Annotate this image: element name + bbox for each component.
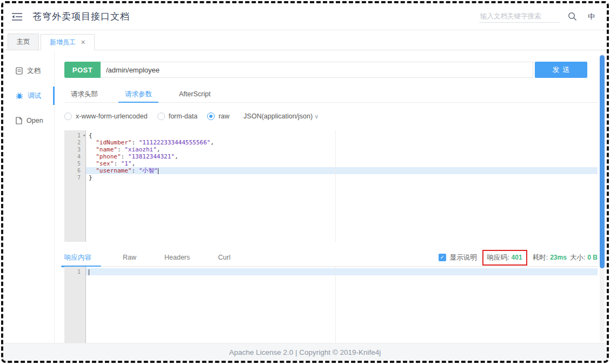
request-url-input[interactable] bbox=[101, 62, 533, 78]
tab-headers[interactable]: Headers bbox=[164, 254, 190, 261]
tab-raw[interactable]: Raw bbox=[123, 254, 136, 261]
editor-divider bbox=[335, 130, 336, 242]
code-line: "idNumber": "111222333444555566", bbox=[86, 139, 598, 146]
code-line: "name": "xiaozhi", bbox=[86, 146, 598, 153]
search-icon[interactable] bbox=[568, 12, 577, 21]
code-line: } bbox=[86, 174, 598, 181]
time-value: 23ms bbox=[550, 254, 567, 261]
request-bar: POST 发送 bbox=[64, 62, 587, 78]
radio-form-data[interactable] bbox=[157, 112, 165, 120]
size-label: 大小: bbox=[570, 253, 585, 262]
file-icon bbox=[16, 117, 22, 124]
language-toggle[interactable]: 中 bbox=[588, 12, 595, 22]
text-caret bbox=[89, 269, 89, 275]
sidebar-item-debug[interactable]: 调试 bbox=[3, 83, 54, 108]
status-code-label: 响应码: bbox=[487, 253, 509, 262]
radio-urlencoded[interactable] bbox=[64, 112, 72, 120]
debug-panel: POST 发送 请求头部 请求参数 AfterScript x-www-form… bbox=[55, 51, 607, 343]
response-meta: ✓ 显示说明 响应码: 401 耗时: 23ms 大小: 0 B bbox=[439, 250, 598, 266]
status-code-annotation-box: 响应码: 401 bbox=[482, 250, 527, 266]
time-label: 耗时: bbox=[533, 253, 548, 262]
content-type-select[interactable]: JSON(application/json)∨ bbox=[243, 112, 319, 120]
sidebar: 文档 调试 bbox=[3, 51, 55, 343]
scrollbar-thumb[interactable] bbox=[600, 55, 605, 268]
line-number-gutter: 1 bbox=[64, 267, 86, 352]
status-code-value: 401 bbox=[512, 254, 522, 261]
text-caret bbox=[158, 168, 158, 174]
json-code: { "idNumber": "111222333444555566", "nam… bbox=[86, 130, 598, 242]
editor-divider bbox=[335, 267, 336, 352]
tab-curl[interactable]: Curl bbox=[218, 254, 230, 261]
bug-icon bbox=[16, 92, 23, 100]
footer-text: Apache License 2.0 | Copyright © 2019-Kn… bbox=[229, 348, 381, 356]
screenshot-annotation-frame: 苍穹外卖项目接口文档 中 主页 新增员工 ✕ bbox=[1, 1, 609, 363]
close-tab-icon[interactable]: ✕ bbox=[81, 35, 85, 50]
radio-raw[interactable] bbox=[207, 112, 215, 120]
response-body-editor[interactable]: 1 bbox=[64, 267, 598, 352]
show-description-checkbox[interactable]: ✓ bbox=[439, 254, 446, 261]
request-body-editor[interactable]: 1▾ 2 3 4 5 6 7 { "idNumber": "1112223334… bbox=[64, 130, 598, 242]
tab-request-params[interactable]: 请求参数 bbox=[118, 87, 158, 103]
menu-fold-icon[interactable] bbox=[12, 11, 23, 22]
code-line: "phone": "13812344321", bbox=[86, 153, 598, 160]
fold-arrow-icon: ▾ bbox=[81, 132, 85, 139]
footer: Apache License 2.0 | Copyright © 2019-Kn… bbox=[3, 343, 607, 361]
response-code bbox=[86, 267, 598, 352]
body-mode-row: x-www-form-urlencoded form-data raw JSON… bbox=[64, 107, 598, 125]
code-line-current: "username": "小智" bbox=[86, 167, 598, 174]
code-line: "sex": "1", bbox=[86, 160, 598, 167]
sidebar-item-docs[interactable]: 文档 bbox=[3, 58, 54, 83]
request-tabs: 请求头部 请求参数 AfterScript bbox=[64, 87, 598, 103]
sidebar-item-open[interactable]: Open bbox=[3, 108, 54, 133]
line-number-gutter: 1▾ 2 3 4 5 6 7 bbox=[64, 130, 86, 242]
tab-request-headers[interactable]: 请求头部 bbox=[64, 87, 104, 102]
chevron-down-icon: ∨ bbox=[314, 113, 319, 120]
document-tabbar: 主页 新增员工 ✕ bbox=[3, 30, 607, 50]
tab-add-employee[interactable]: 新增员工 ✕ bbox=[41, 34, 95, 50]
top-header: 苍穹外卖项目接口文档 中 bbox=[3, 3, 607, 30]
code-line-current bbox=[86, 268, 598, 275]
code-line: { bbox=[86, 132, 598, 139]
page-title: 苍穹外卖项目接口文档 bbox=[32, 10, 130, 23]
knife4j-app: 苍穹外卖项目接口文档 中 主页 新增员工 ✕ bbox=[3, 3, 607, 361]
response-tabs-row: 响应内容 Raw Headers Curl ✓ 显示说明 响应码: 401 耗时… bbox=[64, 249, 598, 267]
http-method-badge: POST bbox=[64, 62, 101, 78]
tab-response-content[interactable]: 响应内容 bbox=[64, 253, 91, 262]
send-button[interactable]: 发送 bbox=[535, 62, 587, 78]
tab-home[interactable]: 主页 bbox=[8, 34, 39, 50]
doc-search-input[interactable] bbox=[479, 10, 560, 23]
size-value: 0 B bbox=[587, 254, 598, 261]
show-description-label[interactable]: 显示说明 bbox=[450, 253, 477, 262]
document-icon bbox=[16, 67, 23, 75]
tab-afterscript[interactable]: AfterScript bbox=[173, 87, 217, 102]
